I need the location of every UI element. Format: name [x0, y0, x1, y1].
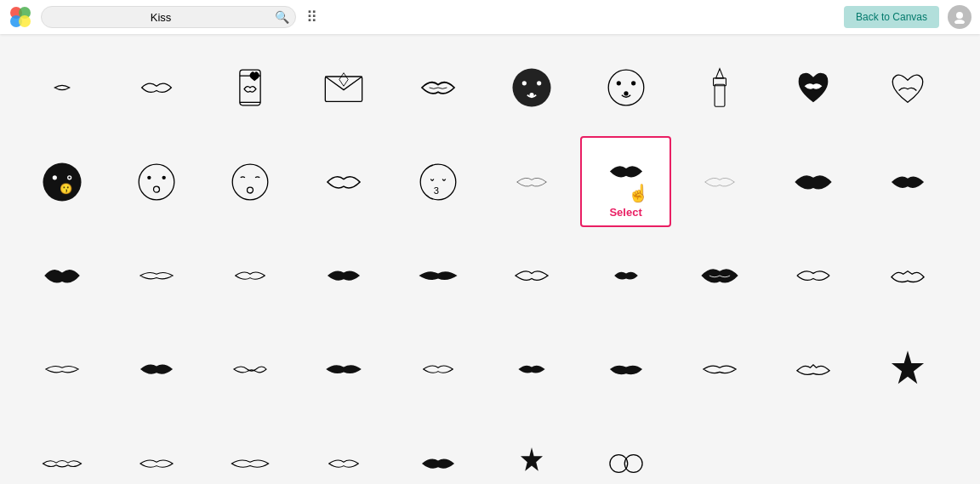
svg-point-5	[954, 20, 965, 24]
icon-cell[interactable]	[393, 419, 483, 484]
icon-cell[interactable]	[205, 419, 295, 484]
icon-cell[interactable]	[299, 43, 389, 133]
icon-cell[interactable]	[768, 136, 858, 226]
icon-cell[interactable]	[863, 43, 953, 133]
icon-cell	[863, 419, 953, 484]
svg-marker-33	[892, 351, 924, 384]
svg-point-28	[153, 186, 159, 192]
icon-cell[interactable]: 😗	[17, 136, 107, 226]
svg-point-4	[956, 12, 963, 19]
svg-point-30	[248, 187, 254, 193]
icon-cell[interactable]	[768, 231, 858, 321]
select-label: Select	[609, 206, 641, 219]
icon-cell[interactable]	[111, 324, 201, 414]
icon-grid-container: 😗	[0, 34, 970, 484]
icon-cell[interactable]	[111, 419, 201, 484]
icon-cell[interactable]	[205, 324, 295, 414]
icon-cell[interactable]	[299, 324, 389, 414]
search-icon: 🔍	[275, 10, 289, 24]
svg-point-11	[522, 81, 527, 85]
icon-cell[interactable]	[768, 43, 858, 133]
svg-text:3: 3	[434, 185, 439, 195]
svg-point-16	[631, 81, 635, 85]
icon-cell[interactable]	[580, 419, 670, 484]
logo-icon	[9, 5, 32, 29]
icon-cell	[675, 419, 765, 484]
icon-grid: 😗	[17, 43, 953, 484]
svg-point-10	[513, 69, 551, 107]
icon-cell[interactable]	[580, 43, 670, 133]
icon-cell[interactable]	[205, 136, 295, 226]
back-to-canvas-button[interactable]: Back to Canvas	[844, 6, 939, 28]
icon-cell[interactable]	[580, 324, 670, 414]
svg-rect-18	[715, 84, 725, 106]
icon-cell[interactable]: 3	[393, 136, 483, 226]
svg-point-29	[232, 164, 268, 200]
topbar: 🔍 ⠿ Back to Canvas	[0, 0, 980, 34]
icon-cell[interactable]	[675, 136, 765, 226]
icon-cell[interactable]	[580, 231, 670, 321]
icon-cell[interactable]	[487, 231, 577, 321]
svg-marker-34	[521, 447, 543, 471]
icon-cell[interactable]	[487, 136, 577, 226]
icon-cell[interactable]	[487, 324, 577, 414]
svg-text:😗: 😗	[60, 182, 73, 196]
search-input[interactable]	[41, 6, 296, 28]
icon-cell[interactable]	[675, 231, 765, 321]
icon-cell[interactable]	[393, 231, 483, 321]
icon-cell[interactable]	[675, 43, 765, 133]
icon-cell[interactable]	[393, 324, 483, 414]
icon-cell[interactable]	[393, 43, 483, 133]
icon-cell[interactable]	[17, 324, 107, 414]
svg-point-3	[19, 15, 31, 27]
icon-cell[interactable]	[675, 324, 765, 414]
icon-cell[interactable]	[17, 43, 107, 133]
icon-cell	[768, 419, 858, 484]
icon-cell[interactable]	[299, 419, 389, 484]
svg-point-20	[43, 162, 82, 201]
svg-point-23	[69, 176, 71, 179]
svg-point-26	[147, 175, 151, 179]
icon-cell[interactable]	[111, 136, 201, 226]
icon-cell[interactable]	[863, 136, 953, 226]
svg-point-15	[616, 81, 620, 85]
svg-point-14	[608, 70, 644, 105]
search-box: 🔍	[41, 6, 296, 28]
grid-view-icon[interactable]: ⠿	[306, 8, 317, 26]
icon-cell[interactable]	[205, 43, 295, 133]
svg-point-25	[139, 164, 174, 200]
icon-cell[interactable]	[863, 324, 953, 414]
svg-point-13	[530, 93, 534, 97]
icon-cell[interactable]	[487, 419, 577, 484]
svg-point-12	[537, 81, 541, 85]
icon-cell[interactable]	[17, 231, 107, 321]
icon-cell-selected[interactable]: Select ☝	[580, 136, 670, 226]
icon-cell[interactable]	[17, 419, 107, 484]
svg-point-27	[162, 175, 165, 179]
icon-cell[interactable]	[111, 231, 201, 321]
icon-cell[interactable]	[768, 324, 858, 414]
svg-point-17	[624, 92, 628, 96]
icon-cell[interactable]	[111, 43, 201, 133]
icon-cell[interactable]	[205, 231, 295, 321]
avatar	[948, 5, 971, 29]
icon-cell[interactable]	[299, 231, 389, 321]
icon-cell[interactable]	[487, 43, 577, 133]
icon-cell[interactable]	[863, 231, 953, 321]
icon-cell[interactable]	[299, 136, 389, 226]
svg-point-21	[53, 175, 57, 179]
